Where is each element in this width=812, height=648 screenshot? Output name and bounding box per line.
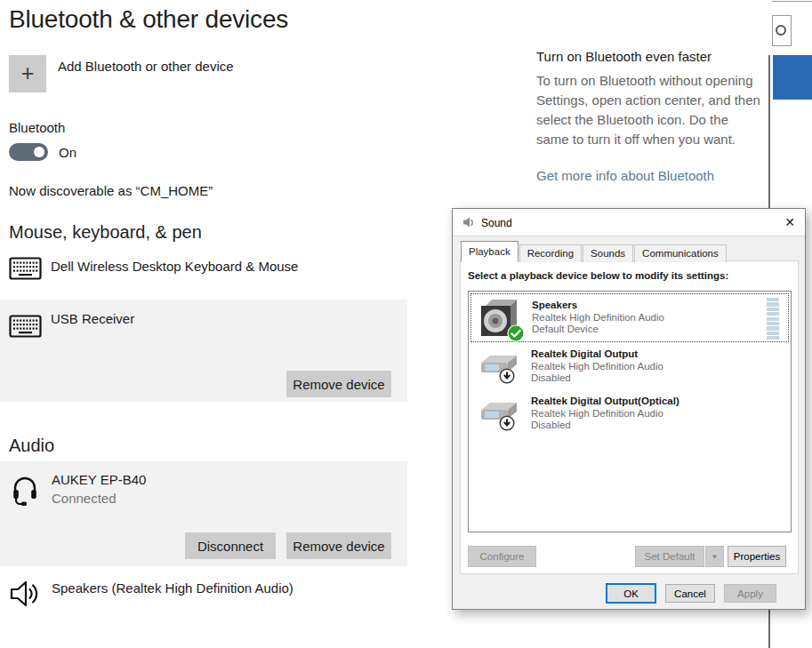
search-box-fragment[interactable] (772, 15, 792, 46)
properties-button[interactable]: Properties (728, 546, 786, 567)
volume-level-meter (767, 298, 779, 340)
disconnect-button[interactable]: Disconnect (185, 532, 276, 559)
instruction-text: Select a playback device below to modify… (468, 270, 728, 281)
default-device-check-icon (507, 324, 525, 342)
device-status: Connected (52, 491, 117, 506)
disabled-arrow-icon (499, 415, 515, 431)
tab-communications[interactable]: Communications (634, 244, 727, 262)
device-item-realtek-digital-output[interactable]: Realtek Digital Output Realtek High Defi… (470, 345, 789, 394)
device-row-usb-receiver[interactable]: USB Receiver Remove device (0, 300, 407, 402)
bluetooth-info-link[interactable]: Get more info about Bluetooth (536, 168, 714, 183)
ok-button[interactable]: OK (606, 583, 656, 604)
device-status: Disabled (531, 372, 571, 383)
section-heading-mouse-keyboard-pen: Mouse, keyboard, & pen (9, 222, 202, 243)
bluetooth-toggle[interactable] (9, 143, 48, 161)
dialog-title: Sound (481, 217, 512, 229)
playback-tab-panel: Select a playback device below to modify… (460, 260, 799, 574)
device-item-realtek-digital-output-optical[interactable]: Realtek Digital Output(Optical) Realtek … (470, 392, 789, 441)
device-name: Speakers (532, 300, 577, 310)
section-heading-audio: Audio (9, 436, 54, 456)
device-name: Realtek Digital Output(Optical) (531, 396, 679, 406)
cancel-button[interactable]: Cancel (665, 584, 715, 603)
background-window-edge (772, 1, 812, 2)
sound-dialog-icon (462, 215, 476, 229)
configure-button[interactable]: Configure (468, 546, 536, 567)
device-status: Disabled (531, 420, 571, 430)
device-name: Speakers (Realtek High Definition Audio) (52, 580, 293, 596)
playback-device-list: Speakers Realtek High Definition Audio D… (468, 291, 792, 532)
discoverable-text: Now discoverable as “CM_HOME” (9, 183, 213, 198)
search-icon (776, 25, 786, 36)
toggle-knob-icon (34, 147, 44, 157)
device-name: USB Receiver (51, 311, 134, 326)
background-window-blue-fragment (773, 55, 812, 100)
bluetooth-label: Bluetooth (9, 120, 65, 135)
tab-sounds[interactable]: Sounds (583, 244, 633, 262)
speaker-icon (9, 579, 43, 609)
set-default-dropdown-icon[interactable]: ▼ (705, 546, 724, 567)
disabled-arrow-icon (499, 368, 515, 384)
remove-device-button[interactable]: Remove device (286, 532, 391, 559)
device-description: Realtek High Definition Audio (532, 312, 664, 323)
device-description: Realtek High Definition Audio (531, 361, 663, 372)
device-name: Realtek Digital Output (531, 348, 638, 359)
dialog-tabs: Playback Recording Sounds Communications (461, 241, 727, 262)
tab-playback[interactable]: Playback (461, 241, 519, 262)
add-device-label[interactable]: Add Bluetooth or other device (58, 59, 234, 74)
sound-dialog: Sound ✕ Playback Recording Sounds Commun… (452, 208, 806, 610)
close-icon[interactable]: ✕ (776, 210, 803, 236)
device-name: Dell Wireless Desktop Keyboard & Mouse (51, 259, 298, 274)
remove-device-button[interactable]: Remove device (286, 371, 391, 397)
help-title: Turn on Bluetooth even faster (536, 49, 712, 64)
headset-icon (12, 473, 38, 507)
page-title: Bluetooth & other devices (9, 5, 288, 34)
device-description: Realtek High Definition Audio (531, 408, 663, 419)
bluetooth-toggle-state: On (59, 145, 76, 160)
set-default-button[interactable]: Set Default (635, 546, 704, 567)
device-row-aukey[interactable]: AUKEY EP-B40 Connected Disconnect Remove… (0, 461, 407, 566)
keyboard-icon (9, 315, 42, 338)
device-name: AUKEY EP-B40 (52, 472, 146, 487)
dialog-titlebar[interactable]: Sound ✕ (453, 209, 805, 236)
keyboard-icon (9, 257, 42, 280)
device-status: Default Device (532, 324, 599, 334)
plus-icon[interactable]: + (9, 55, 46, 92)
tab-recording[interactable]: Recording (519, 244, 582, 262)
help-body: To turn on Bluetooth without opening Set… (536, 71, 762, 149)
apply-button[interactable]: Apply (724, 584, 776, 603)
device-item-speakers[interactable]: Speakers Realtek High Definition Audio D… (470, 293, 789, 342)
